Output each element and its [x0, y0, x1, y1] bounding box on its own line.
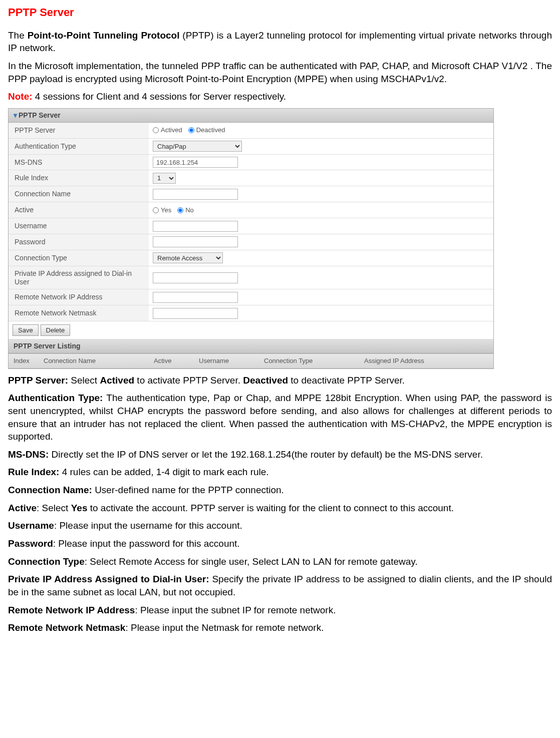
desc-remote-netmask-text: : Please input the Netmask for remote ne… — [125, 622, 324, 633]
desc-username: Username: Please input the username for … — [8, 519, 552, 532]
radio-actived-label: Actived — [161, 126, 182, 135]
radio-deactived[interactable] — [188, 127, 194, 133]
desc-password-text: : Please input the password for this acc… — [53, 538, 240, 549]
radio-yes[interactable] — [153, 207, 159, 213]
th-username: Username — [194, 354, 259, 368]
desc-pptp-server-b2: Deactived — [243, 375, 288, 386]
desc-conn-type-label: Connection Type — [8, 556, 85, 567]
th-conn-type: Connection Type — [259, 354, 359, 368]
desc-ms-dns-text: Directly set the IP of DNS server or let… — [49, 449, 483, 460]
radio-no-label: No — [185, 206, 194, 215]
row-private-ip: Private IP Address assigned to Dial-in U… — [9, 266, 493, 290]
note-text: 4 sessions for Client and 4 sessions for… — [33, 91, 287, 102]
row-remote-ip: Remote Network IP Address — [9, 289, 493, 305]
desc-remote-ip-text: : Please input the subnet IP for remote … — [135, 605, 336, 615]
desc-conn-type: Connection Type: Select Remote Access fo… — [8, 555, 552, 568]
th-conn-name: Connection Name — [39, 354, 149, 368]
note-label: Note: — [8, 91, 33, 102]
row-rule-index: Rule Index 1 — [9, 170, 493, 186]
desc-remote-ip-label: Remote Network IP Address — [8, 605, 135, 615]
desc-remote-netmask-label: Remote Network Netmask — [8, 622, 125, 633]
desc-active-label: Active — [8, 503, 37, 513]
desc-conn-name-text: User-defined name for the PPTP connectio… — [92, 485, 284, 495]
input-remote-ip[interactable] — [153, 292, 238, 303]
delete-button[interactable]: Delete — [41, 324, 71, 336]
label-remote-ip: Remote Network IP Address — [9, 289, 149, 305]
input-private-ip[interactable] — [153, 272, 238, 283]
input-connection-name[interactable] — [153, 189, 238, 200]
label-connection-type: Connection Type — [9, 250, 149, 266]
desc-pptp-server-t3: to deactivate PPTP Server. — [288, 375, 405, 386]
desc-rule-index-text: 4 rules can be added, 1-4 digit to mark … — [59, 467, 268, 477]
intro-paragraph-2: In the Microsoft implementation, the tun… — [8, 60, 552, 85]
select-auth-type[interactable]: Chap/Pap — [153, 141, 242, 152]
row-active: Active Yes No — [9, 202, 493, 218]
label-remote-netmask: Remote Network Netmask — [9, 305, 149, 321]
row-password: Password — [9, 234, 493, 250]
intro1-prefix: The — [8, 30, 28, 41]
row-pptp-server: PPTP Server Actived Deactived — [9, 123, 493, 139]
desc-username-text: : Please input the username for this acc… — [54, 520, 242, 531]
radio-yes-label: Yes — [161, 206, 171, 215]
row-username: Username — [9, 218, 493, 234]
desc-pptp-server-label: PPTP Server: — [8, 375, 68, 386]
row-connection-type: Connection Type Remote Access — [9, 250, 493, 266]
page-title: PPTP Server — [8, 5, 552, 20]
desc-ms-dns-label: MS-DNS: — [8, 449, 49, 460]
row-ms-dns: MS-DNS — [9, 155, 493, 171]
desc-private-ip: Private IP Address Assigned to Dial-in U… — [8, 573, 552, 598]
radio-no[interactable] — [177, 207, 183, 213]
label-private-ip: Private IP Address assigned to Dial-in U… — [9, 266, 149, 289]
desc-conn-name: Connection Name: User-defined name for t… — [8, 484, 552, 497]
desc-active: Active: Select Yes to activate the accou… — [8, 502, 552, 515]
listing-header: PPTP Server Listing — [9, 339, 493, 353]
label-rule-index: Rule Index — [9, 170, 149, 186]
label-active: Active — [9, 202, 149, 218]
intro-paragraph-1: The Point-to-Point Tunneling Protocol (P… — [8, 29, 552, 55]
label-pptp-server: PPTP Server — [9, 123, 149, 138]
desc-auth-type: Authentication Type: The authentication … — [8, 392, 552, 443]
label-username: Username — [9, 218, 149, 234]
desc-private-ip-label: Private IP Address Assigned to Dial-in U… — [8, 574, 209, 584]
label-connection-name: Connection Name — [9, 186, 149, 202]
th-index: Index — [9, 354, 39, 368]
note-paragraph: Note: 4 sessions for Client and 4 sessio… — [8, 90, 552, 103]
desc-auth-type-label: Authentication Type: — [8, 393, 103, 403]
desc-active-t2: to activate the account. PPTP server is … — [87, 503, 454, 513]
label-password: Password — [9, 234, 149, 250]
section-title: PPTP Server — [19, 111, 61, 119]
desc-conn-type-text: : Select Remote Access for single user, … — [85, 556, 418, 567]
desc-active-t1: : Select — [37, 503, 71, 513]
row-connection-name: Connection Name — [9, 186, 493, 202]
desc-remote-ip: Remote Network IP Address: Please input … — [8, 604, 552, 617]
desc-remote-netmask: Remote Network Netmask: Please input the… — [8, 621, 552, 634]
desc-password: Password: Please input the password for … — [8, 537, 552, 550]
label-auth-type: Authentication Type — [9, 139, 149, 154]
input-password[interactable] — [153, 236, 238, 247]
save-button[interactable]: Save — [13, 324, 39, 336]
input-username[interactable] — [153, 221, 238, 232]
desc-username-label: Username — [8, 520, 54, 531]
input-remote-netmask[interactable] — [153, 308, 238, 319]
desc-ms-dns: MS-DNS: Directly set the IP of DNS serve… — [8, 448, 552, 461]
desc-rule-index-label: Rule Index: — [8, 467, 59, 477]
desc-active-b1: Yes — [71, 503, 88, 513]
listing-table-header: Index Connection Name Active Username Co… — [9, 353, 493, 368]
intro1-bold: Point-to-Point Tunneling Protocol — [28, 30, 180, 41]
row-auth-type: Authentication Type Chap/Pap — [9, 139, 493, 155]
desc-pptp-server: PPTP Server: Select Actived to activate … — [8, 374, 552, 387]
select-rule-index[interactable]: 1 — [153, 173, 176, 184]
pptp-server-form: ▾PPTP Server PPTP Server Actived Deactiv… — [8, 108, 494, 369]
section-header: ▾PPTP Server — [9, 109, 493, 123]
radio-actived[interactable] — [153, 127, 159, 133]
input-ms-dns[interactable] — [153, 157, 238, 168]
desc-password-label: Password — [8, 538, 53, 549]
button-row: Save Delete — [9, 321, 493, 339]
desc-pptp-server-t2: to activate PPTP Server. — [134, 375, 243, 386]
collapse-arrow-icon: ▾ — [14, 111, 17, 119]
select-connection-type[interactable]: Remote Access — [153, 252, 223, 263]
radio-deactived-label: Deactived — [196, 126, 225, 135]
th-assigned-ip: Assigned IP Address — [359, 354, 493, 368]
row-remote-netmask: Remote Network Netmask — [9, 305, 493, 321]
desc-rule-index: Rule Index: 4 rules can be added, 1-4 di… — [8, 466, 552, 479]
